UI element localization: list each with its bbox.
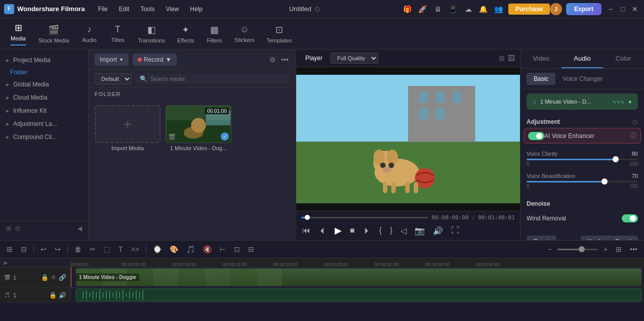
sidebar-item-influence-kit[interactable]: ▶ Influence Kit [0, 104, 88, 117]
toolbar-filters[interactable]: ▦ Filters [200, 21, 228, 47]
tl-zoom-track[interactable] [557, 249, 598, 250]
frame-back-button[interactable]: ⏴ [317, 225, 328, 236]
mark-out-button[interactable]: } [389, 225, 393, 236]
toolbar-titles[interactable]: T Titles [104, 21, 132, 46]
tl-group[interactable]: ⊡ [231, 244, 243, 255]
more-icon[interactable]: ••• [280, 55, 290, 65]
fullscreen-button[interactable]: ⛶ [450, 225, 460, 236]
volume-button[interactable]: 🔊 [432, 225, 444, 237]
sidebar-folder[interactable]: Folder [0, 67, 88, 78]
phone-icon[interactable]: 📱 [448, 4, 459, 15]
list-item[interactable]: 00:01:00 🎬 ✓ 1 Minute Video - Dog... [166, 105, 231, 151]
purchase-button[interactable]: Purchase [508, 4, 550, 15]
video-clip[interactable]: 1 Minute Video - Doggie [76, 268, 641, 286]
menu-help[interactable]: Help [185, 4, 208, 15]
voice-clarity-slider[interactable] [527, 159, 638, 160]
default-select[interactable]: Default [95, 73, 132, 84]
close-button[interactable]: ✕ [630, 4, 640, 14]
record-button[interactable]: Record ▼ [133, 54, 177, 66]
sidebar-icon-1[interactable]: ⊞ [6, 225, 11, 232]
toolbar-templates[interactable]: ⊡ Templates [260, 21, 298, 47]
video-lock-icon[interactable]: 🔒 [41, 274, 49, 281]
search-input[interactable] [150, 76, 286, 82]
menu-tools[interactable]: Tools [135, 4, 159, 15]
tl-scene-detect[interactable]: ⊞ [4, 244, 15, 255]
sidebar-item-compound[interactable]: ▶ Compound Cli... [0, 130, 88, 144]
filter-icon[interactable]: ⚙ [268, 55, 277, 65]
tab-player[interactable]: Player [301, 53, 327, 63]
export-button[interactable]: Export [566, 3, 601, 15]
gift-icon[interactable]: 🎁 [402, 4, 413, 15]
bell-icon[interactable]: 🔔 [478, 4, 489, 15]
stop-button[interactable]: ■ [349, 225, 356, 236]
prev-marker-button[interactable]: ◁ [399, 225, 408, 237]
import-button[interactable]: Import ▼ [95, 54, 129, 66]
tl-crop[interactable]: ⬚ [101, 244, 113, 255]
quality-select[interactable]: Full Quality [331, 53, 378, 64]
menu-edit[interactable]: Edit [114, 4, 135, 15]
tl-cut[interactable]: ✂ [87, 244, 98, 255]
monitor-icon[interactable]: 🖥 [432, 4, 444, 15]
wind-removal-toggle[interactable] [622, 214, 638, 222]
play-button[interactable]: ▶ [334, 224, 343, 237]
tl-zoom-out[interactable]: − [545, 244, 554, 255]
toolbar-media[interactable]: ⊞ Media [4, 19, 32, 49]
progress-bar[interactable] [301, 217, 428, 218]
tl-snap[interactable]: ⊟ [18, 244, 29, 255]
tl-color[interactable]: 🎨 [167, 244, 181, 255]
tab-audio[interactable]: Audio [561, 50, 602, 68]
mark-in-button[interactable]: { [378, 225, 383, 236]
grid-view-icon[interactable]: ⊞ [499, 54, 505, 62]
tl-text[interactable]: T [116, 244, 126, 255]
sidebar-item-adjustment[interactable]: ▶ Adjustment La... [0, 117, 88, 130]
audio-lock-icon[interactable]: 🔒 [49, 292, 57, 299]
toolbar-effects[interactable]: ✦ Effects [171, 21, 200, 47]
upload-icon[interactable]: ☁ [463, 4, 474, 15]
voice-beautification-slider[interactable] [527, 181, 638, 182]
tl-mute[interactable]: 🔇 [200, 244, 214, 255]
tl-undo[interactable]: ↩ [38, 244, 49, 255]
sidebar-icon-2[interactable]: ⊟ [15, 225, 20, 232]
frame-forward-button[interactable]: ⏵ [362, 225, 372, 236]
toolbar-transitions[interactable]: ◧ Transitions [132, 21, 171, 47]
tl-delete[interactable]: 🗑 [72, 244, 84, 255]
sidebar-item-global-media[interactable]: ▶ Global Media [0, 78, 88, 91]
minimize-button[interactable]: − [606, 4, 616, 14]
ai-voice-info-icon[interactable]: ⓘ [630, 131, 636, 140]
tl-speed2[interactable]: ⊟ [246, 244, 257, 255]
maximize-button[interactable]: □ [618, 4, 628, 14]
menu-view[interactable]: View [160, 4, 184, 15]
audio-clip[interactable] [76, 289, 641, 301]
sidebar-item-cloud-media[interactable]: ▶ Cloud Media [0, 91, 88, 104]
tl-more2[interactable]: ••• [627, 244, 640, 255]
sub-tab-voice-changer[interactable]: Voice Changer [555, 73, 610, 85]
list-item[interactable]: + Import Media [95, 105, 160, 151]
tl-grid-view[interactable]: ⊞ [613, 244, 624, 255]
adjustment-icon[interactable]: ◇ [632, 118, 638, 126]
tab-video[interactable]: Video [520, 50, 561, 68]
keyframe-panel-button[interactable]: Keyframe Panel [581, 236, 638, 240]
sub-tab-basic[interactable]: Basic [527, 73, 555, 85]
people-icon[interactable]: 👥 [493, 4, 504, 15]
ai-voice-enhancer-toggle[interactable] [528, 132, 544, 140]
tl-zoom-in[interactable]: + [601, 244, 610, 255]
sidebar-item-project-media[interactable]: ▶ Project Media [0, 54, 88, 67]
image-view-icon[interactable]: 🖼 [508, 54, 515, 62]
tl-speed[interactable]: ⌚ [150, 244, 164, 255]
user-avatar[interactable]: J [550, 3, 562, 15]
toolbar-stock-media[interactable]: 🎬 Stock Media [32, 21, 75, 47]
tl-split[interactable]: ⊢ [217, 244, 228, 255]
audio-mute-icon[interactable]: 🔊 [59, 292, 66, 299]
sidebar-collapse[interactable]: ◀ [77, 225, 82, 232]
toolbar-audio[interactable]: ♪ Audio [75, 21, 104, 46]
video-link-icon[interactable]: 🔗 [59, 274, 66, 281]
tl-redo[interactable]: ↪ [52, 244, 63, 255]
skip-back-button[interactable]: ⏮ [301, 225, 311, 236]
rocket-icon[interactable]: 🚀 [417, 4, 428, 15]
menu-file[interactable]: File [93, 4, 112, 15]
reset-button[interactable]: Reset [527, 236, 556, 240]
tl-audio-duck[interactable]: 🎵 [184, 244, 197, 255]
tab-color[interactable]: Color [603, 50, 644, 68]
video-eye-icon[interactable]: 👁 [51, 274, 57, 281]
toolbar-stickers[interactable]: ☺ Stickers [228, 21, 260, 46]
